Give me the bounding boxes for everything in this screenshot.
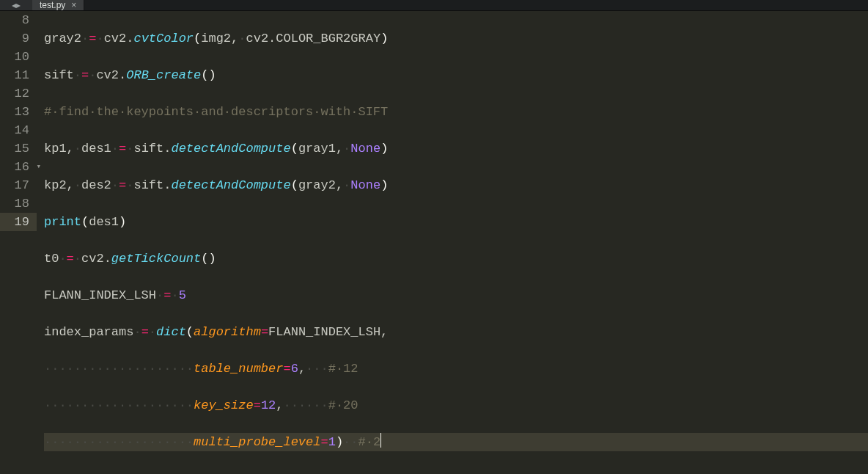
line-number-foldable[interactable]: 16 — [0, 158, 37, 176]
code-line-current: ····················multi_probe_level=1)… — [44, 433, 868, 451]
nav-back-forward-icon[interactable]: ◂▸ — [0, 0, 32, 10]
code-line: kp2,·des2·=·sift.detectAndCompute(gray2,… — [44, 176, 868, 194]
close-icon[interactable]: × — [71, 0, 76, 10]
line-number-current: 19 — [0, 213, 37, 231]
line-number: 9 — [0, 29, 37, 48]
nav-glyph: ◂▸ — [12, 0, 21, 10]
code-line: FLANN_INDEX_LSH·=·5 — [44, 286, 868, 305]
line-number-gutter: 8 9 10 11 12 13 14 15 16 17 18 19 — [0, 11, 37, 474]
line-number: 11 — [0, 66, 37, 84]
line-number: 12 — [0, 84, 37, 103]
editor-window: ◂▸ test.py × 8 9 10 11 12 13 14 15 16 17… — [0, 0, 868, 474]
line-number: 13 — [0, 103, 37, 121]
code-line: index_params·=·dict(algorithm=FLANN_INDE… — [44, 323, 868, 341]
code-line: ····················key_size=12,······#·… — [44, 396, 868, 415]
line-number: 15 — [0, 139, 37, 158]
line-number: 18 — [0, 194, 37, 213]
line-number: 8 — [0, 11, 37, 29]
code-line: print(des1) — [44, 213, 868, 231]
tab-label: test.py — [40, 0, 65, 10]
code-line: t0·=·cv2.getTickCount() — [44, 249, 868, 268]
code-line: kp1,·des1·=·sift.detectAndCompute(gray1,… — [44, 139, 868, 158]
code-line: ····················table_number=6,···#·… — [44, 360, 868, 378]
tab-bar: ◂▸ test.py × — [0, 0, 868, 11]
code-line: #·find·the·keypoints·and·descriptors·wit… — [44, 103, 868, 121]
code-line: gray2·=·cv2.cvtColor(img2,·cv2.COLOR_BGR… — [44, 29, 868, 48]
text-cursor — [380, 433, 381, 448]
line-number: 10 — [0, 48, 37, 66]
code-editor[interactable]: 8 9 10 11 12 13 14 15 16 17 18 19 gray2·… — [0, 11, 868, 474]
line-number: 14 — [0, 121, 37, 139]
tab-test-py[interactable]: test.py × — [32, 0, 84, 10]
line-number: 17 — [0, 176, 37, 194]
code-line: sift·=·cv2.ORB_create() — [44, 66, 868, 84]
code-area[interactable]: gray2·=·cv2.cvtColor(img2,·cv2.COLOR_BGR… — [37, 11, 868, 474]
